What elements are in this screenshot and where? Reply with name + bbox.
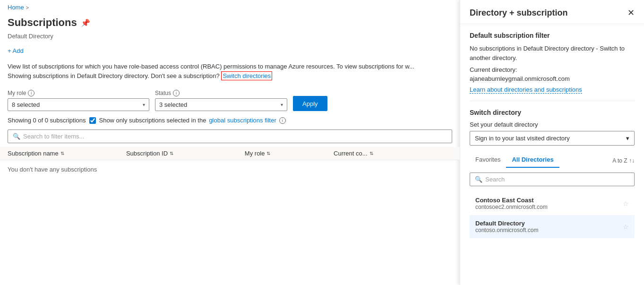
search-icon: 🔍 [13, 133, 20, 140]
sort-my-role-icon[interactable]: ⇅ [266, 151, 270, 156]
page-subtitle: Default Directory [0, 33, 460, 43]
favorite-star-icon[interactable]: ☆ [623, 223, 629, 231]
favorite-star-icon[interactable]: ☆ [623, 200, 629, 207]
page-header: Subscriptions 📌 [0, 15, 460, 33]
sort-current-icon[interactable]: ⇅ [369, 151, 373, 156]
tabs-row: Favorites All Directories A to Z ↑↓ [470, 153, 635, 168]
default-dir-select[interactable]: Sign in to your last visited directory ▾ [470, 131, 635, 146]
status-info-icon: i [173, 90, 180, 96]
dir-item-default[interactable]: Default Directory contoso.onmicrosoft.co… [470, 215, 635, 238]
col-my-role: My role ⇅ [245, 150, 334, 157]
my-role-info-icon: i [28, 90, 34, 96]
panel-info-text: No subscriptions in Default Directory di… [470, 44, 635, 62]
panel-search-input[interactable] [485, 176, 629, 183]
global-filter-checkbox-label: Show only subscriptions selected in the … [89, 117, 285, 124]
sort-subscription-id-icon[interactable]: ⇅ [170, 151, 173, 156]
my-role-chevron-icon: ▾ [143, 102, 145, 107]
default-dir-chevron-icon: ▾ [626, 135, 629, 142]
directory-list: Contoso East Coast contosoec2.onmicrosof… [470, 192, 635, 238]
panel-search-bar: 🔍 [470, 173, 635, 186]
global-subscriptions-filter-link[interactable]: global subscriptions filter [209, 117, 276, 124]
tab-favorites[interactable]: Favorites [470, 153, 506, 168]
directory-subscription-panel: Directory + subscription ✕ Default subsc… [460, 0, 644, 285]
default-dir-value: Sign in to your last visited directory [475, 135, 570, 142]
breadcrumb-separator: > [26, 5, 29, 10]
col-subscription-name: Subscription name ⇅ [8, 150, 126, 157]
table-header: Subscription name ⇅ Subscription ID ⇅ My… [0, 147, 460, 160]
info-main-text: View list of subscriptions for which you… [8, 63, 414, 70]
apply-button[interactable]: Apply [293, 96, 327, 111]
status-filter: Status i 3 selected ▾ [155, 90, 287, 111]
panel-header: Directory + subscription ✕ [460, 0, 644, 24]
status-label: Status i [155, 90, 287, 96]
my-role-filter: My role i 8 selected ▾ [8, 90, 149, 111]
status-select[interactable]: 3 selected ▾ [155, 98, 287, 111]
my-role-value: 8 selected [12, 101, 40, 108]
panel-current-dir-label: Current directory: [470, 66, 635, 73]
panel-search-icon: 🔍 [475, 176, 482, 183]
col-current: Current co... ⇅ [334, 150, 452, 157]
status-chevron-icon: ▾ [281, 102, 283, 107]
panel-current-dir-email: ajaneaburnleygmail.onmicrosoft.com [470, 75, 635, 82]
showing-text: Showing subscriptions in Default Directo… [8, 72, 221, 79]
search-input[interactable] [23, 133, 447, 140]
my-role-select[interactable]: 8 selected ▾ [8, 98, 149, 111]
table-body: You don't have any subscriptions [0, 160, 460, 179]
switch-directory-section: Switch directory Set your default direct… [460, 101, 644, 246]
empty-message: You don't have any subscriptions [8, 166, 97, 173]
default-filter-section: Default subscription filter No subscript… [460, 24, 644, 101]
default-filter-title: Default subscription filter [470, 32, 635, 39]
sort-subscription-name-icon[interactable]: ⇅ [60, 151, 64, 156]
dir-item-contoso-east[interactable]: Contoso East Coast contosoec2.onmicrosof… [470, 192, 635, 215]
global-filter-checkbox[interactable] [89, 117, 96, 124]
breadcrumb: Home > [0, 0, 460, 15]
breadcrumb-home[interactable]: Home [8, 4, 24, 11]
dir-domain: contoso.onmicrosoft.com [475, 227, 538, 233]
toolbar: + Add [0, 43, 460, 58]
dir-domain: contosoec2.onmicrosoft.com [475, 204, 548, 210]
filter-info-icon: i [279, 117, 286, 124]
dir-name: Contoso East Coast [475, 197, 548, 204]
search-bar: 🔍 [8, 130, 452, 143]
panel-title: Directory + subscription [470, 8, 568, 18]
subscription-count: Showing 0 of 0 subscriptions [8, 117, 86, 124]
filters-row: My role i 8 selected ▾ Status i 3 select… [0, 84, 460, 115]
status-value: 3 selected [159, 101, 187, 108]
pin-icon[interactable]: 📌 [81, 18, 90, 27]
switch-title: Switch directory [470, 109, 635, 116]
dir-item-info: Contoso East Coast contosoec2.onmicrosof… [475, 197, 548, 210]
checkbox-text: Show only subscriptions selected in the [99, 117, 206, 124]
info-text: View list of subscriptions for which you… [0, 58, 460, 84]
add-button[interactable]: + Add [8, 47, 24, 54]
sort-label: A to Z ↑↓ [612, 157, 635, 164]
tab-all-directories[interactable]: All Directories [506, 153, 559, 168]
dir-item-info: Default Directory contoso.onmicrosoft.co… [475, 220, 538, 233]
panel-close-button[interactable]: ✕ [627, 8, 635, 18]
col-subscription-id: Subscription ID ⇅ [126, 150, 245, 157]
page-title: Subscriptions [8, 17, 77, 29]
my-role-label: My role i [8, 90, 149, 96]
tabs: Favorites All Directories [470, 153, 559, 168]
dir-name: Default Directory [475, 220, 538, 227]
showing-row: Showing 0 of 0 subscriptions Show only s… [0, 115, 460, 128]
set-default-label: Set your default directory [470, 121, 635, 128]
learn-link[interactable]: Learn about directories and subscription… [470, 86, 582, 94]
switch-directories-link[interactable]: Switch directories [221, 71, 272, 80]
